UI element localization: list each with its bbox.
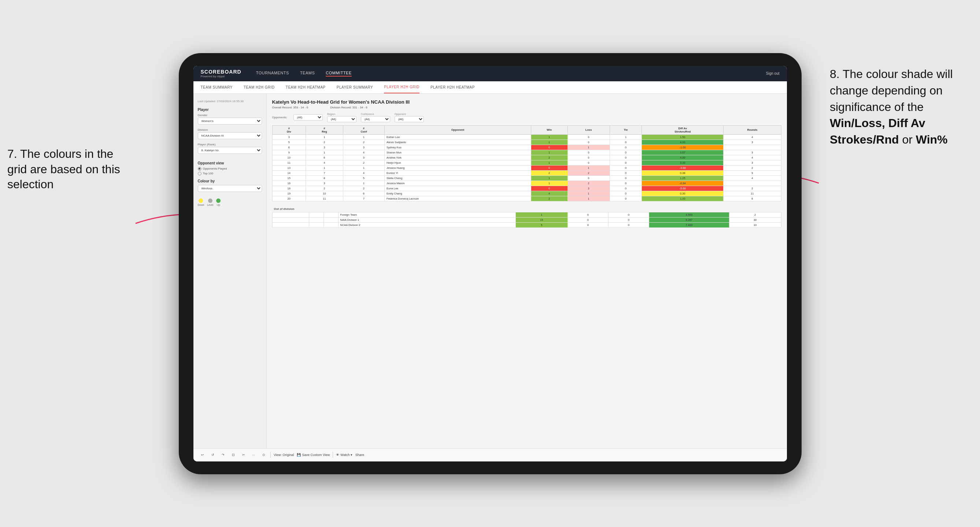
toolbar-cut[interactable]: ✂: [240, 452, 247, 457]
cell-reg: 11: [306, 196, 343, 201]
cell-tie: 0: [609, 165, 642, 170]
toolbar-save-custom[interactable]: 💾 Save Custom View: [297, 453, 330, 457]
cell-div: 11: [272, 160, 306, 165]
conference-filter-select[interactable]: (All): [361, 116, 390, 122]
sidebar-gender-select[interactable]: Women's: [198, 117, 262, 124]
grid-title: Katelyn Vo Head-to-Head Grid for Women's…: [272, 99, 781, 105]
table-row: 19 10 6 Emily Chang 4 1 0 0.30 11: [272, 191, 781, 196]
toolbar-undo[interactable]: ↩: [199, 452, 206, 457]
toolbar-watch-icon: 👁: [336, 453, 339, 457]
toolbar-view-original[interactable]: View: Original: [274, 453, 294, 457]
opponent-filter-select[interactable]: (All): [395, 116, 424, 122]
toolbar-share[interactable]: Share: [355, 453, 364, 457]
logo-text: SCOREBOARD: [201, 69, 242, 75]
cell-diff: 4.00: [642, 140, 724, 144]
ood-cell-opponent: NAIA Division 1: [338, 217, 515, 222]
toolbar-redo1[interactable]: ↺: [209, 452, 216, 457]
sub-nav-player-h2h-heatmap[interactable]: PLAYER H2H HEATMAP: [431, 81, 475, 94]
cell-opponent: Sydney Kuo: [385, 144, 531, 150]
cell-rounds: 3: [724, 140, 781, 144]
radio-top-100[interactable]: Top 100: [198, 172, 262, 175]
toolbar-watch[interactable]: 👁 Watch ▾: [336, 453, 352, 457]
sub-nav-team-summary[interactable]: TEAM SUMMARY: [201, 81, 233, 94]
sub-nav-player-h2h-grid[interactable]: PLAYER H2H GRID: [384, 81, 420, 94]
opponents-filter-select[interactable]: (All): [293, 114, 323, 121]
ood-cell-win: 1: [515, 212, 568, 217]
filter-group-opponent: Opponent (All): [395, 113, 424, 122]
colour-legend: Down Level Up: [198, 198, 262, 206]
table-row: 18 2 2 Euna Lee 0 3 0 -5.00 2: [272, 186, 781, 191]
cell-reg: 4: [306, 160, 343, 165]
main-content: Last Updated: 27/03/2024 16:55:38 Player…: [193, 94, 787, 448]
cell-opponent: Esther Lee: [385, 134, 531, 140]
toolbar-grid[interactable]: ⊡: [230, 452, 237, 457]
cell-reg: 8: [306, 175, 343, 181]
cell-diff: 3.67: [642, 150, 724, 155]
cell-tie: 0: [609, 155, 642, 160]
annotation-left: 7. The colours in the grid are based on …: [7, 146, 132, 192]
ood-table-row: NCAA Division 2 5 0 0 7.400 10: [272, 222, 781, 227]
table-row: 16 3 1 Jessica Mason 1 2 0 -0.94: [272, 181, 781, 186]
sub-nav-team-h2h-heatmap[interactable]: TEAM H2H HEATMAP: [286, 81, 326, 94]
sidebar-gender-label: Gender: [198, 114, 262, 117]
cell-rounds: 2: [724, 165, 781, 170]
filter-group-region: Region (All): [327, 113, 356, 122]
radio-opponents-played[interactable]: Opponents Played: [198, 167, 262, 171]
cell-tie: 0: [609, 175, 642, 181]
cell-conf: 7: [343, 196, 384, 201]
cell-conf: 3: [343, 155, 384, 160]
sub-nav-player-summary[interactable]: PLAYER SUMMARY: [337, 81, 373, 94]
cell-rounds: 4: [724, 134, 781, 140]
ood-cell-conf: [323, 212, 338, 217]
cell-div: 9: [272, 150, 306, 155]
colour-item-down: Down: [198, 198, 204, 206]
nav-item-teams[interactable]: TEAMS: [300, 71, 315, 76]
nav-item-tournaments[interactable]: TOURNAMENTS: [256, 71, 289, 76]
overall-record-label: Overall Record:: [272, 106, 293, 109]
cell-opponent: Stella Cheng: [385, 175, 531, 181]
nav-item-committee[interactable]: COMMITTEE: [326, 71, 352, 76]
cell-rounds: 4: [724, 175, 781, 181]
cell-conf: 6: [343, 191, 384, 196]
sub-nav-team-h2h-grid[interactable]: TEAM H2H GRID: [243, 81, 275, 94]
region-filter-select[interactable]: (All): [327, 116, 356, 122]
th-opponent: Opponent: [385, 125, 531, 134]
tablet-device: SCOREBOARD Powered by clippd TOURNAMENTS…: [179, 53, 802, 474]
cell-conf: 1: [343, 165, 384, 170]
overall-record: Overall Record: 353 - 34 - 6: [272, 106, 309, 109]
cell-rounds: 4: [724, 155, 781, 160]
sidebar-division-select[interactable]: NCAA Division III: [198, 132, 262, 139]
tablet-screen: SCOREBOARD Powered by clippd TOURNAMENTS…: [193, 66, 787, 462]
cell-div: 20: [272, 196, 306, 201]
ood-cell-reg: [309, 217, 323, 222]
toolbar-time[interactable]: ⊙: [260, 452, 267, 457]
cell-div: 16: [272, 181, 306, 186]
cell-opponent: Federica Domecq Lacroze: [385, 196, 531, 201]
cell-rounds: 2: [724, 186, 781, 191]
cell-div: 5: [272, 140, 306, 144]
cell-loss: 1: [568, 144, 609, 150]
colour-label-down: Down: [198, 204, 204, 206]
cell-rounds: 3: [724, 160, 781, 165]
sidebar-colour-by-select[interactable]: Win/loss: [198, 185, 262, 192]
toolbar-redo2[interactable]: ↷: [220, 452, 227, 457]
th-diff: Diff AvStrokes/Rnd: [642, 125, 724, 134]
cell-opponent: Jessica Mason: [385, 181, 531, 186]
cell-win: 1: [531, 150, 568, 155]
toolbar-dots[interactable]: ···: [250, 452, 258, 457]
cell-win: 1: [531, 140, 568, 144]
cell-win: 0: [531, 165, 568, 170]
sign-out-link[interactable]: Sign out: [766, 71, 780, 75]
cell-opponent: Euna Lee: [385, 186, 531, 191]
division-record-value: 331 - 34 - 6: [352, 106, 368, 109]
table-row: 10 6 3 Andrea York 2 0 0 4.00 4: [272, 155, 781, 160]
colour-label-level: Level: [207, 204, 213, 206]
th-loss: Loss: [568, 125, 609, 134]
logo-sub: Powered by clippd: [201, 75, 242, 78]
cell-opponent: Sharon Mun: [385, 150, 531, 155]
sidebar-player-rank-select[interactable]: 8. Katelyn Vo: [198, 147, 262, 154]
cell-diff: 1.25: [642, 175, 724, 181]
cell-conf: 1: [343, 181, 384, 186]
ood-cell-div: [272, 212, 309, 217]
colour-dot-level: [208, 198, 213, 203]
